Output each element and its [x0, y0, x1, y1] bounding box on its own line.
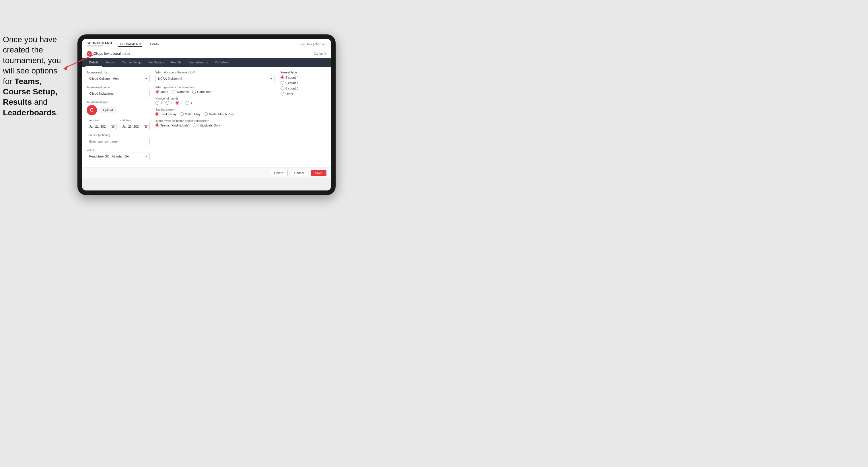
scoring-match[interactable]: Match Play [180, 112, 200, 116]
rounds-label: Number of rounds [155, 97, 275, 100]
tabs-bar: Details Teams Course Setup Tee Groups Re… [82, 58, 331, 67]
teams-group: Is this event for Teams and/or Individua… [155, 119, 275, 127]
logo-sub: Powered by clippd [87, 45, 112, 47]
individuals-only[interactable]: Individuals Only [193, 123, 220, 127]
header-left: SCOREBOARD Powered by clippd TOURNAMENTS… [87, 41, 159, 47]
teams-plus-label: Teams (+Individuals) [160, 124, 189, 127]
sponsor-input[interactable] [87, 138, 150, 145]
end-cal-icon: 📅 [144, 125, 148, 128]
user-links[interactable]: Test User | Sign out [299, 42, 327, 46]
format-type-label: Format type [281, 71, 327, 74]
gender-mens[interactable]: Mens [155, 90, 168, 94]
rounds-2[interactable]: 2 [165, 101, 172, 105]
logo-area: SCOREBOARD Powered by clippd [87, 41, 112, 47]
gender-mens-label: Mens [160, 90, 168, 94]
scoring-stroke-label: Stroke Play [160, 113, 177, 116]
tournament-host-select[interactable]: Clippd College - Men [87, 75, 150, 82]
scoring-radio-group: Stroke Play Match Play Medal Match Play [155, 112, 275, 116]
individuals-only-label: Individuals Only [198, 124, 220, 127]
teams-radio-group: Teams (+Individuals) Individuals Only [155, 123, 275, 127]
scoring-medal-label: Medal Match Play [209, 113, 234, 116]
leaderboards-bold: Leaderboards [3, 108, 56, 117]
tablet-screen: SCOREBOARD Powered by clippd TOURNAMENTS… [82, 39, 331, 190]
rounds-3[interactable]: 3 [176, 101, 182, 105]
format-6count4[interactable]: 6 count 4 [281, 81, 327, 85]
tablet-shell: SCOREBOARD Powered by clippd TOURNAMENTS… [78, 34, 336, 195]
main-content: Tournament Host Clippd College - Men Tou… [82, 67, 331, 167]
tournament-name-input[interactable] [87, 90, 150, 97]
format-6count5-label: 6 count 5 [285, 87, 298, 90]
teams-label: Is this event for Teams and/or Individua… [155, 119, 275, 123]
venue-group: Venue Peachtree GC - Atlanta - GA [87, 149, 150, 160]
intro-line: Once you have created the tournament, yo… [3, 35, 61, 117]
col-middle: Which division is the event for? NCAA Di… [155, 71, 275, 163]
cancel-link[interactable]: Cancel X [313, 52, 327, 55]
save-button[interactable]: Save [311, 170, 327, 176]
format-other[interactable]: Other [281, 92, 327, 96]
logo-upload-area: C Upload [87, 105, 150, 115]
scoring-medal[interactable]: Medal Match Play [204, 112, 234, 116]
start-cal-icon: 📅 [111, 125, 115, 128]
course-setup-bold: Course Setup, [3, 87, 57, 96]
gender-combined-label: Combined [197, 90, 211, 94]
tournament-logo-group: Tournament logo C Upload [87, 101, 150, 115]
nav-tournaments[interactable]: TOURNAMENTS [118, 41, 142, 47]
format-type-group: Format type 5 count 4 6 count 4 6 cou [281, 71, 327, 96]
format-5count4[interactable]: 5 count 4 [281, 75, 327, 79]
logo-text: SCOREBOARD [87, 41, 112, 45]
col-right: Format type 5 count 4 6 count 4 6 cou [281, 71, 327, 163]
sponsor-group: Sponsor (optional) [87, 134, 150, 145]
venue-select[interactable]: Peachtree GC - Atlanta - GA [87, 153, 150, 160]
rounds-1[interactable]: 1 [155, 101, 162, 105]
division-label: Which division is the event for? [155, 71, 275, 74]
scoring-stroke[interactable]: Stroke Play [155, 112, 177, 116]
tab-tee-groups[interactable]: Tee Groups [144, 58, 167, 67]
format-other-label: Other [285, 92, 293, 96]
rounds-2-label: 2 [170, 101, 172, 105]
gender-group: Which gender is the event for? Mens Wome… [155, 86, 275, 94]
start-date-wrap: 📅 [87, 123, 117, 130]
rounds-group: Number of rounds 1 2 3 [155, 97, 275, 105]
rounds-4-label: 4 [190, 101, 192, 105]
division-select[interactable]: NCAA Division III [155, 75, 275, 82]
start-date-label: Start date [87, 119, 117, 122]
cancel-button[interactable]: Cancel [290, 170, 308, 176]
scoring-group: Scoring system Stroke Play Match Play [155, 108, 275, 116]
rounds-3-label: 3 [180, 101, 182, 105]
rounds-radio-group: 1 2 3 4 [155, 101, 275, 105]
arrow-annotation [60, 50, 100, 74]
gender-womens[interactable]: Womens [172, 90, 189, 94]
start-date-group: Start date 📅 [87, 119, 117, 130]
gender-womens-label: Womens [177, 90, 189, 94]
tournament-name-group: Tournament name [87, 86, 150, 97]
tab-printables[interactable]: Printables [211, 58, 232, 67]
tournament-bar: C Clippd Invitational (Men) Cancel X [82, 49, 331, 58]
tab-results[interactable]: Results [167, 58, 185, 67]
nav-teams[interactable]: TEAMS [148, 41, 159, 47]
tournament-logo-label: Tournament logo [87, 101, 150, 104]
results-bold: Results [3, 97, 32, 106]
svg-marker-1 [63, 65, 68, 70]
gender-radio-group: Mens Womens Combined [155, 90, 275, 94]
scoring-match-label: Match Play [185, 113, 200, 116]
teams-plus-individuals[interactable]: Teams (+Individuals) [155, 123, 189, 127]
format-6count4-label: 6 count 4 [285, 81, 298, 85]
tournament-name-label: Tournament name [87, 86, 150, 89]
rounds-4[interactable]: 4 [186, 101, 192, 105]
sponsor-label: Sponsor (optional) [87, 134, 150, 137]
venue-label: Venue [87, 149, 150, 152]
format-6count5[interactable]: 6 count 5 [281, 86, 327, 90]
svg-line-0 [66, 53, 97, 67]
logo-preview: C [87, 105, 97, 115]
upload-button[interactable]: Upload [100, 107, 116, 113]
tab-teams[interactable]: Teams [102, 58, 118, 67]
delete-button[interactable]: Delete [270, 170, 288, 176]
app-header: SCOREBOARD Powered by clippd TOURNAMENTS… [82, 39, 331, 49]
tab-course-setup[interactable]: Course Setup [118, 58, 144, 67]
form-footer: Delete Cancel Save [82, 167, 331, 178]
date-row: Start date 📅 End date 📅 [87, 119, 150, 134]
nav-links: TOURNAMENTS TEAMS [118, 41, 159, 47]
tab-leaderboards[interactable]: Leaderboards [185, 58, 211, 67]
gender-combined[interactable]: Combined [192, 90, 211, 94]
tournament-badge: (Men) [123, 52, 130, 55]
